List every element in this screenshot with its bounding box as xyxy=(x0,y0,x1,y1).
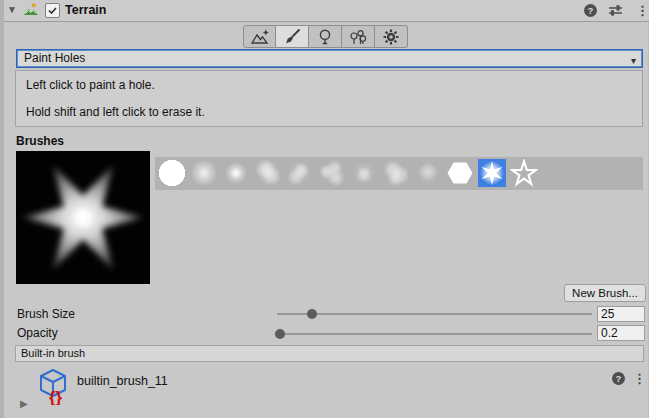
context-menu-icon[interactable]: ⋮ xyxy=(636,4,649,17)
brush-item-11[interactable] xyxy=(510,159,538,187)
brush-item-10[interactable] xyxy=(478,159,506,187)
paint-tool-dropdown[interactable]: Paint Holes ▾ xyxy=(16,49,643,68)
paint-terrain-button[interactable] xyxy=(276,25,309,48)
terrain-settings-button[interactable] xyxy=(375,25,408,48)
help-icon[interactable]: ? xyxy=(584,4,597,17)
chevron-down-icon: ▾ xyxy=(631,52,636,69)
brush-preview xyxy=(16,151,150,284)
brush-item-4[interactable] xyxy=(286,159,314,187)
opacity-label: Opacity xyxy=(17,326,58,340)
brush-item-6[interactable] xyxy=(350,159,378,187)
gear-icon xyxy=(382,28,400,46)
left-gutter xyxy=(0,0,4,418)
paint-details-button[interactable] xyxy=(342,25,375,48)
asset-foldout-closed-icon[interactable]: ▶ xyxy=(20,399,28,409)
terrain-inspector-panel: ▼ Terrain ? ⋮ xyxy=(0,0,649,418)
svg-text:{}: {} xyxy=(49,388,63,405)
presets-icon[interactable] xyxy=(608,4,623,20)
new-brush-button[interactable]: New Brush... xyxy=(564,284,646,302)
brushes-section-label: Brushes xyxy=(16,134,64,148)
component-header: ▼ Terrain ? ⋮ xyxy=(4,0,649,22)
brush-size-field[interactable] xyxy=(597,306,645,322)
brush-item-7[interactable] xyxy=(382,159,410,187)
brush-item-9[interactable] xyxy=(446,159,474,187)
asset-help-icon[interactable]: ? xyxy=(612,372,625,385)
brush-strip xyxy=(155,157,643,190)
brush-item-0[interactable] xyxy=(158,159,186,187)
help-line-2: Hold shift and left click to erase it. xyxy=(26,105,642,119)
brush-asset-title: builtin_brush_11 xyxy=(77,374,168,388)
paint-trees-button[interactable] xyxy=(309,25,342,48)
help-line-1: Left click to paint a hole. xyxy=(26,78,642,92)
builtin-brush-bar[interactable]: Built-in brush xyxy=(15,345,644,362)
component-enabled-checkbox[interactable] xyxy=(45,3,60,18)
brush-size-slider[interactable] xyxy=(277,313,592,315)
component-title: Terrain xyxy=(65,3,106,17)
scriptable-object-icon: {} xyxy=(36,367,70,408)
create-neighbor-terrains-button[interactable] xyxy=(243,25,276,48)
brush-item-2[interactable] xyxy=(222,159,250,187)
opacity-slider[interactable] xyxy=(277,333,592,335)
brush-item-3[interactable] xyxy=(254,159,282,187)
asset-context-menu-icon[interactable]: ⋮ xyxy=(633,372,646,385)
terrain-component-icon xyxy=(23,2,39,21)
tree-icon xyxy=(316,28,334,46)
grass-details-icon xyxy=(348,28,368,46)
opacity-field[interactable] xyxy=(597,325,645,341)
mountain-plus-icon xyxy=(250,28,270,46)
check-icon xyxy=(47,5,58,16)
terrain-toolbar xyxy=(243,25,408,48)
brush-item-1[interactable] xyxy=(190,159,218,187)
brush-size-slider-handle[interactable] xyxy=(307,309,317,319)
brush-size-label: Brush Size xyxy=(17,307,75,321)
brush-item-8[interactable] xyxy=(414,159,442,187)
help-box: Left click to paint a hole. Hold shift a… xyxy=(15,70,643,127)
paint-tool-dropdown-value: Paint Holes xyxy=(24,51,85,65)
foldout-open-icon[interactable]: ▼ xyxy=(7,5,17,15)
opacity-slider-handle[interactable] xyxy=(275,329,285,339)
brush-item-5[interactable] xyxy=(318,159,346,187)
paintbrush-icon xyxy=(283,28,301,46)
